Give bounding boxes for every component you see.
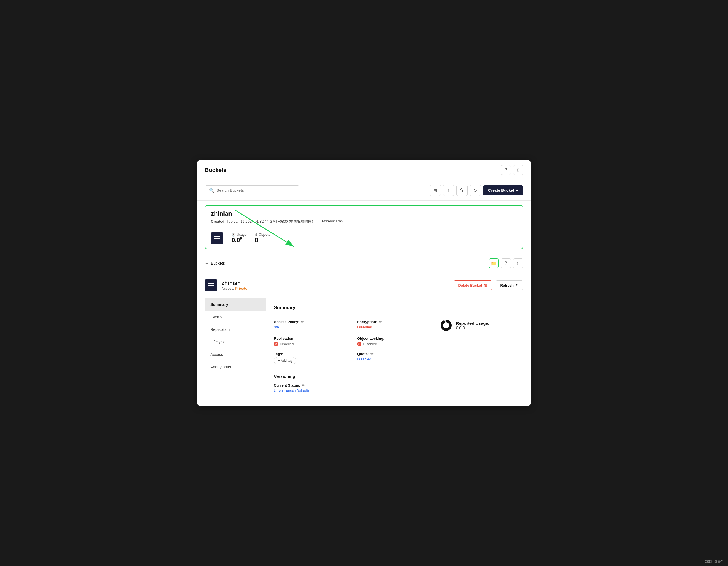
quota-edit-icon[interactable]: ✏ <box>370 352 373 356</box>
bucket-detail-name-block: zhinian Access: Private <box>222 280 247 291</box>
watermark: CSDN @日鱼 <box>705 560 724 564</box>
sidebar-item-summary[interactable]: Summary <box>205 298 266 311</box>
search-box[interactable]: 🔍 <box>205 185 299 195</box>
refresh-icon: ↻ <box>473 188 477 193</box>
detail-theme-icon: ☾ <box>516 261 520 266</box>
detail-theme-button[interactable]: ☾ <box>513 258 523 268</box>
current-status-edit-icon[interactable]: ✏ <box>302 383 305 387</box>
back-label: Buckets <box>211 261 225 265</box>
reported-usage-display: Reported Usage: 0.0 B <box>441 320 515 331</box>
create-bucket-button[interactable]: Create Bucket + <box>483 185 523 195</box>
add-tag-button[interactable]: + Add tag <box>274 357 296 364</box>
sidebar: Summary Events Replication Lifecycle Acc… <box>205 298 266 399</box>
detail-help-button[interactable]: ? <box>501 258 511 268</box>
reported-usage-value: 0.0 B <box>456 326 490 330</box>
grid-icon: ⊞ <box>433 188 437 193</box>
detail-action-buttons: Delete Bucket 🗑 Refresh ↻ <box>454 280 523 290</box>
theme-icon: ☾ <box>516 168 520 173</box>
toolbar-right: ⊞ ↑ 🗑 ↻ Create Bucket + <box>430 185 523 196</box>
buckets-header: Buckets ? ☾ <box>197 160 531 180</box>
usage-stat: 🕐 Usage 0.0B <box>232 233 247 244</box>
versioning-section: Versioning Current Status: ✏ Unversioned… <box>274 371 515 393</box>
quota-field: Quota: ✏ Disabled <box>357 352 432 364</box>
quota-label: Quota: ✏ <box>357 352 432 356</box>
tags-field: Tags: + Add tag <box>274 352 349 364</box>
current-status-field: Current Status: ✏ Unversioned (Default) <box>274 383 515 393</box>
replication-value: ✕ Disabled <box>274 342 349 346</box>
bucket-detail-title-row: zhinian Access: Private Delete Bucket 🗑 … <box>205 279 523 291</box>
usage-donut-chart <box>441 320 452 331</box>
delete-bucket-icon: 🗑 <box>484 283 488 287</box>
encryption-edit-icon[interactable]: ✏ <box>379 320 382 324</box>
summary-grid: Access Policy: ✏ n/a Encryption: ✏ Disab… <box>274 320 515 364</box>
object-locking-label: Object Locking: <box>357 336 432 341</box>
clock-icon: 🕐 <box>232 233 236 237</box>
bucket-item-meta: Created: Tue Jan 16 2024 01:32:44 GMT+08… <box>211 219 517 224</box>
objects-stat: ⊕ Objects 0 <box>255 233 270 244</box>
help-icon: ? <box>505 168 507 173</box>
sidebar-item-anonymous[interactable]: Anonymous <box>205 361 266 373</box>
object-locking-field: Object Locking: ✕ Disabled <box>357 336 432 346</box>
bucket-detail-info: zhinian Access: Private <box>205 279 247 291</box>
upload-icon: ↑ <box>447 188 450 193</box>
main-layout: Summary Events Replication Lifecycle Acc… <box>205 298 523 399</box>
replication-label: Replication: <box>274 336 349 341</box>
delete-bucket-label: Delete Bucket <box>458 283 482 287</box>
upload-button[interactable]: ↑ <box>443 185 454 196</box>
refresh-list-button[interactable]: ↻ <box>470 185 481 196</box>
reported-usage-text: Reported Usage: 0.0 B <box>456 321 490 330</box>
toolbar: 🔍 ⊞ ↑ 🗑 ↻ Create Bucket + <box>197 180 531 201</box>
reported-usage-field: Reported Usage: 0.0 B <box>441 320 515 331</box>
bucket-created-label: Created: Tue Jan 16 2024 01:32:44 GMT+08… <box>211 219 313 224</box>
page-title: Buckets <box>205 167 227 173</box>
detail-header-icons: 📁 ? ☾ <box>489 258 523 268</box>
summary-section-title: Summary <box>274 305 515 314</box>
header-icons: ? ☾ <box>501 165 523 175</box>
add-tag-label: + Add tag <box>278 359 292 363</box>
sidebar-item-events[interactable]: Events <box>205 311 266 323</box>
bucket-detail-access: Access: Private <box>222 286 247 291</box>
usage-value: 0.0B <box>232 237 247 244</box>
refresh-bucket-icon: ↻ <box>515 283 518 287</box>
bucket-list-item[interactable]: zhinian Created: Tue Jan 16 2024 01:32:4… <box>205 205 523 249</box>
quota-value: Disabled <box>357 357 432 361</box>
object-locking-value: ✕ Disabled <box>357 342 432 346</box>
bucket-detail-name: zhinian <box>222 280 247 286</box>
create-bucket-plus-icon: + <box>516 188 518 193</box>
delete-bucket-button[interactable]: Delete Bucket 🗑 <box>454 280 492 290</box>
access-policy-value[interactable]: n/a <box>274 325 349 329</box>
bucket-icon-large <box>211 232 223 244</box>
sidebar-item-access[interactable]: Access <box>205 348 266 361</box>
refresh-bucket-label: Refresh <box>500 283 514 287</box>
sidebar-item-replication[interactable]: Replication <box>205 323 266 336</box>
folder-icon: 📁 <box>491 261 496 266</box>
bucket-detail-content: zhinian Access: Private Delete Bucket 🗑 … <box>197 272 531 406</box>
access-policy-edit-icon[interactable]: ✏ <box>301 320 304 324</box>
create-bucket-label: Create Bucket <box>488 188 514 193</box>
grid-view-button[interactable]: ⊞ <box>430 185 441 196</box>
objects-icon: ⊕ <box>255 233 258 237</box>
encryption-field: Encryption: ✏ Disabled <box>357 320 432 331</box>
replication-field: Replication: ✕ Disabled <box>274 336 349 346</box>
delete-selected-button[interactable]: 🗑 <box>456 185 468 196</box>
bucket-detail-icon <box>205 279 217 291</box>
encryption-label: Encryption: ✏ <box>357 320 432 324</box>
back-to-buckets-link[interactable]: ← Buckets <box>205 261 225 265</box>
theme-button[interactable]: ☾ <box>513 165 523 175</box>
current-status-value: Unversioned (Default) <box>274 388 515 393</box>
sidebar-item-lifecycle[interactable]: Lifecycle <box>205 336 266 348</box>
encryption-value: Disabled <box>357 325 432 329</box>
access-policy-label: Access Policy: ✏ <box>274 320 349 324</box>
help-button[interactable]: ? <box>501 165 511 175</box>
versioning-title: Versioning <box>274 371 515 379</box>
content-area: Summary Access Policy: ✏ n/a Enc <box>266 298 523 399</box>
folder-view-button[interactable]: 📁 <box>489 258 499 268</box>
usage-label: 🕐 Usage <box>232 233 247 237</box>
tags-value: + Add tag <box>274 357 349 364</box>
search-icon: 🔍 <box>209 188 214 193</box>
object-locking-disabled-icon: ✕ <box>357 342 361 346</box>
search-input[interactable] <box>217 188 295 193</box>
detail-header: ← Buckets 📁 ? ☾ <box>197 254 531 272</box>
access-policy-field: Access Policy: ✏ n/a <box>274 320 349 331</box>
refresh-bucket-button[interactable]: Refresh ↻ <box>496 280 523 290</box>
